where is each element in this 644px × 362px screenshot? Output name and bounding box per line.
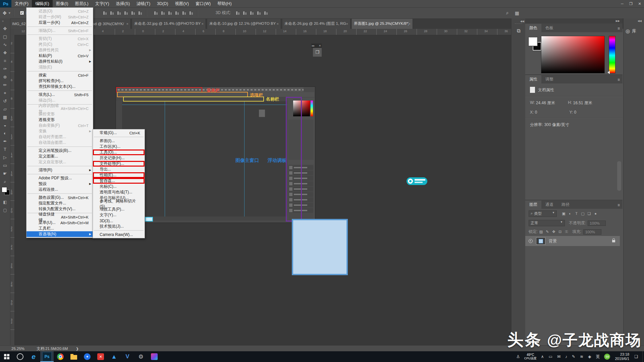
show-desktop-button[interactable] [642, 351, 644, 362]
path-select-icon[interactable]: ▷ [0, 154, 10, 162]
edit-menu-item[interactable]: 还原(O)Ctrl+Z [26, 8, 93, 14]
preferences-menu-item[interactable]: 3D(3)... [93, 218, 145, 224]
taskbar-app-triangle-app[interactable]: ▲ [107, 351, 121, 362]
marquee-icon[interactable]: ▢ [0, 33, 10, 41]
edit-menu-item[interactable]: 选择性拷贝▶ [26, 47, 93, 53]
align-icon[interactable] [138, 11, 143, 15]
eraser-icon[interactable]: ▱ [0, 105, 10, 113]
document-tab[interactable]: 未命名-10.jpg @ 12.1% (@PHOTO BY JAS...× [207, 18, 281, 29]
quick-select-icon[interactable]: ❖ [0, 49, 10, 57]
filter-type-icon[interactable]: T [574, 212, 579, 216]
edit-menu-item[interactable]: 远程连接... [26, 187, 93, 192]
edit-menu-item[interactable]: 菜单(U)...Alt+Shift+Ctrl+M [26, 220, 93, 226]
align-icon[interactable] [117, 11, 122, 15]
tab-properties[interactable]: 属性 [525, 75, 541, 83]
tray-shield-icon[interactable]: ◈ [588, 354, 591, 359]
preferences-menu-item[interactable]: 透明度与色域(T)... [93, 189, 145, 195]
edit-menu-item[interactable]: 透视变形 [26, 117, 93, 123]
artboard-icon[interactable]: ⧉ [512, 28, 526, 34]
edit-menu-item[interactable]: 内容识别缩放Alt+Shift+Ctrl+C [26, 106, 93, 111]
tab-close-icon[interactable]: × [277, 22, 279, 26]
mode-3d-icon[interactable] [235, 11, 240, 15]
preferences-menu-item[interactable]: Camera Raw(W)... [93, 232, 145, 237]
preferences-menu-item[interactable]: 技术预览(J)... [93, 224, 145, 229]
opacity-value[interactable]: 100% [588, 221, 606, 226]
floating-panel-header[interactable]: ▸▸ ✕ [311, 44, 322, 48]
edit-menu-item[interactable]: 后退一步(K)Alt+Ctrl+Z [26, 20, 93, 25]
lasso-icon[interactable]: ∿ [0, 41, 10, 49]
tray-monitor-icon[interactable]: ▭ [549, 354, 552, 359]
align-icon[interactable] [182, 11, 187, 15]
screen-mode-icon[interactable]: ▢ [0, 208, 10, 213]
dodge-icon[interactable]: ◐ [0, 129, 10, 137]
preferences-menu-item[interactable]: 参考线、网格和切片(S)... [93, 201, 145, 206]
filter-pixel-icon[interactable]: ▣ [561, 212, 566, 216]
menubar-item[interactable]: 选择(S) [112, 0, 133, 7]
layer-filter-select[interactable]: ⌕ 类型 ▼ [529, 210, 557, 217]
edit-menu-item[interactable]: 自由变换(F)Ctrl+T [26, 123, 93, 128]
edit-menu-item[interactable]: 预设▶ [26, 181, 93, 187]
edit-menu-item[interactable]: 自动对齐图层... [26, 134, 93, 140]
align-icon[interactable] [154, 11, 159, 15]
menubar-item[interactable]: 文字(Y) [92, 0, 113, 7]
eyedropper-icon[interactable]: ✑ [0, 65, 10, 73]
minimize-button[interactable]: ─ [618, 0, 627, 7]
edit-menu-item[interactable]: 指定配置文件... [26, 200, 93, 206]
taskbar-app-settings[interactable]: ⚙ [134, 351, 148, 362]
brush-icon[interactable]: ✏ [0, 81, 10, 89]
preferences-menu-item[interactable]: 光标(C)... [93, 184, 145, 189]
edit-menu-item[interactable]: 定义自定形状... [26, 159, 93, 165]
lock-pixels-icon[interactable]: ✎ [545, 230, 549, 234]
tab-layers[interactable]: 图层 [525, 200, 541, 209]
mode-3d-icon[interactable] [250, 11, 255, 15]
preferences-menu-item[interactable]: 工具(O)... [93, 149, 145, 155]
edit-menu-item[interactable]: 渐隐(D)...Shift+Ctrl+F [26, 28, 93, 34]
tray-pen-icon[interactable]: ✎ [572, 354, 575, 359]
panel-menu-icon[interactable]: ≡ [615, 25, 623, 32]
fill-value[interactable]: 100% [583, 229, 601, 235]
close-icon[interactable]: ✕ [319, 44, 321, 48]
preferences-menu-item[interactable]: 增效工具(P)... [93, 206, 145, 212]
history-brush-icon[interactable]: ↺ [0, 97, 10, 105]
edit-menu-item[interactable]: 拼写检查(H)... [26, 78, 93, 84]
pen-icon[interactable]: ✒ [0, 137, 10, 145]
document-tab[interactable]: 未命名-32.jpg @ 15.4% (@PHOTO BY JAS...× [132, 18, 206, 29]
collapse-arrows-icon[interactable]: ▸▸ [312, 44, 315, 48]
color-field[interactable] [541, 36, 605, 73]
menubar-item[interactable]: 编辑(E) [32, 0, 53, 7]
filter-adjustment-icon[interactable]: ◐ [568, 212, 572, 216]
libraries-label[interactable]: 库 [632, 28, 636, 34]
menubar-item[interactable]: 帮助(H) [214, 0, 235, 7]
blur-icon[interactable]: ◒ [0, 121, 10, 129]
preferences-menu-item[interactable]: 工作区(K)... [93, 144, 145, 149]
edit-menu-item[interactable]: 描边(S)... [26, 98, 93, 103]
align-icon[interactable] [168, 11, 173, 15]
taskbar-app-red-app[interactable]: ✕ [94, 351, 107, 362]
foreground-color-swatch[interactable] [2, 187, 7, 192]
edit-menu-item[interactable]: 查找和替换文本(X)... [26, 84, 93, 89]
edit-menu-item[interactable]: 前进一步(W)Shift+Ctrl+Z [26, 14, 93, 20]
move-icon[interactable]: ✥ [0, 25, 10, 33]
tab-channels[interactable]: 通道 [541, 200, 557, 209]
edit-menu-item[interactable]: 选择性粘贴(I)▶ [26, 59, 93, 64]
blend-mode-select[interactable]: 正常 ▼ [529, 220, 565, 226]
menubar-item[interactable]: 视图(V) [171, 0, 192, 7]
edit-menu-item[interactable]: 颜色设置(G)...Shift+Ctrl+K [26, 195, 93, 200]
edit-menu-item[interactable]: 操控变形 [26, 111, 93, 117]
tab-close-icon[interactable]: × [202, 22, 204, 26]
filter-toggle-icon[interactable]: ● [593, 212, 598, 216]
collapse-arrows-icon[interactable]: ◀◀ [512, 18, 526, 23]
edit-menu-item[interactable]: 填充(L)...Shift+F5 [26, 92, 93, 98]
toolbar-collapse-icon[interactable]: » [0, 18, 10, 25]
preferences-menu-item[interactable]: 文件处理(F)... [93, 161, 145, 167]
menubar-item[interactable]: 窗口(W) [192, 0, 214, 7]
mode-3d-icon[interactable] [264, 11, 269, 15]
taskbar-app-start[interactable] [0, 351, 13, 362]
taskbar-app-photoshop[interactable]: Ps [40, 351, 54, 362]
tab-swatches[interactable]: 色板 [541, 24, 557, 32]
preferences-menu-item[interactable]: 导出... [93, 167, 145, 172]
lock-transparent-icon[interactable]: ▨ [539, 230, 543, 234]
edit-menu-item[interactable]: 自动混合图层... [26, 140, 93, 145]
taskbar-app-cortana[interactable] [13, 351, 27, 362]
taskbar-app-ie[interactable]: e [27, 351, 40, 362]
